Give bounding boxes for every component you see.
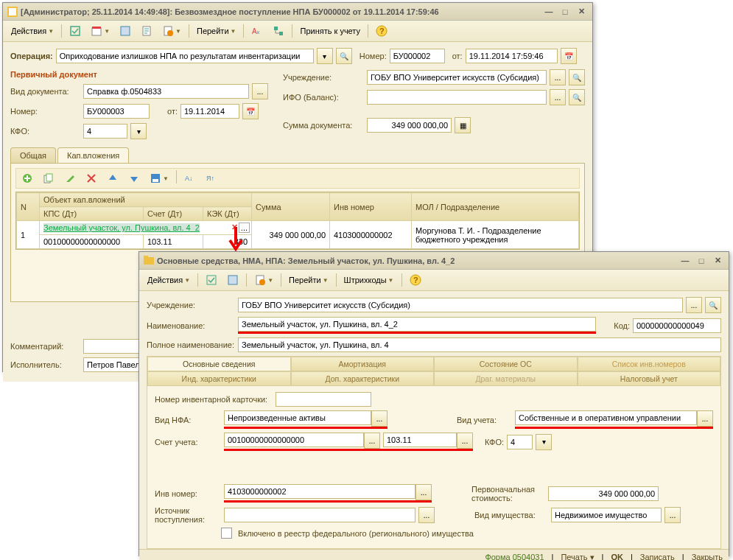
org-field[interactable] — [367, 70, 547, 85]
sum-calc-icon[interactable]: ▦ — [455, 117, 471, 133]
src-picker[interactable]: ... — [418, 507, 435, 523]
sum-field[interactable] — [367, 118, 452, 133]
minimize-button[interactable]: — — [542, 6, 555, 17]
tool-icon-5[interactable]: ▼ — [158, 23, 185, 39]
move-down-icon[interactable] — [124, 170, 144, 186]
acct-field-2[interactable] — [383, 433, 457, 447]
registry-checkbox[interactable] — [221, 528, 232, 539]
col-n[interactable]: N — [17, 193, 40, 221]
cell-obj[interactable]: Земельный участок, ул. Пушкина, вл. 4_2 — [43, 223, 200, 232]
acct-field-1[interactable] — [224, 433, 364, 447]
ifo-field[interactable] — [367, 90, 547, 105]
maximize-button[interactable]: □ — [695, 255, 708, 266]
date2-picker-icon[interactable]: 📅 — [242, 103, 259, 119]
code-field[interactable] — [633, 318, 721, 333]
col-kps[interactable]: КПС (Дт) — [40, 207, 144, 221]
sort-asc-icon[interactable]: А↓ — [180, 170, 200, 186]
col-mol[interactable]: МОЛ / Подразделение — [412, 193, 579, 221]
operation-dropdown[interactable]: ▾ — [317, 48, 333, 64]
date-field[interactable] — [466, 49, 558, 63]
acct1-picker[interactable]: ... — [364, 433, 380, 449]
tool-icon-a[interactable] — [202, 272, 221, 288]
help-icon[interactable]: ? — [372, 23, 391, 39]
tab-general[interactable]: Общая — [10, 147, 56, 163]
col-sum[interactable]: Сумма — [252, 193, 330, 221]
exec-field[interactable] — [83, 357, 142, 372]
edit-row-icon[interactable] — [60, 170, 80, 186]
goto-menu[interactable]: Перейти▼ — [285, 273, 332, 287]
col-kek[interactable]: КЭК (Дт) — [203, 207, 252, 221]
number2-field[interactable] — [83, 104, 150, 119]
operation-search-icon[interactable]: 🔍 — [336, 48, 352, 64]
tab-state[interactable]: Состояние ОС — [434, 357, 578, 371]
tool-icon-c[interactable]: ▼ — [250, 272, 277, 288]
tab-amort[interactable]: Амортизация — [291, 357, 435, 371]
tool-icon-2[interactable]: ▼ — [87, 23, 113, 39]
org-field[interactable] — [238, 298, 683, 312]
inv-field[interactable] — [224, 484, 415, 499]
close-button[interactable]: Закрыть — [692, 553, 723, 560]
number-field[interactable] — [390, 49, 445, 63]
close-button[interactable]: ✕ — [575, 6, 588, 17]
nfa-field[interactable] — [224, 410, 371, 425]
tab-inv-list[interactable]: Список инв.номеров — [578, 357, 721, 371]
tool-icon-1[interactable] — [66, 23, 85, 39]
goto-menu[interactable]: Перейти▼ — [193, 24, 240, 38]
operation-field[interactable] — [56, 49, 314, 63]
kap-grid[interactable]: N Объект кап.вложений Сумма Инв номер МО… — [15, 192, 580, 250]
fullname-field[interactable] — [238, 337, 721, 352]
src-field[interactable] — [224, 508, 415, 522]
tab-ind[interactable]: Инд. характеристики — [147, 371, 291, 386]
tab-kap[interactable]: Кап.вложения — [57, 147, 129, 163]
proptype-field[interactable] — [551, 508, 662, 522]
acct2-picker[interactable]: ... — [457, 433, 473, 449]
tool-icon-tree[interactable] — [269, 23, 288, 39]
org-picker[interactable]: ... — [550, 69, 566, 85]
org-search-icon[interactable]: 🔍 — [569, 69, 585, 85]
date-picker-icon[interactable]: 📅 — [561, 48, 577, 64]
col-obj[interactable]: Объект кап.вложений — [40, 193, 252, 207]
barcodes-menu[interactable]: Штрихкоды▼ — [340, 273, 398, 287]
maximize-button[interactable]: □ — [558, 6, 572, 17]
nfa-picker[interactable]: ... — [371, 410, 387, 427]
actions-menu[interactable]: Действия▼ — [7, 24, 57, 38]
tool-icon-4[interactable] — [137, 23, 156, 39]
delete-row-icon[interactable] — [82, 170, 101, 186]
acct-type-picker[interactable]: ... — [697, 410, 713, 427]
doc-type-picker[interactable]: ... — [252, 83, 268, 99]
add-row-icon[interactable] — [18, 170, 37, 186]
proptype-picker[interactable]: ... — [664, 507, 681, 523]
sort-desc-icon[interactable]: Я↑ — [202, 170, 221, 186]
kfo2-field[interactable] — [507, 435, 533, 449]
table-row[interactable]: 1 Земельный участок, ул. Пушкина, вл. 4_… — [17, 221, 579, 235]
col-acc[interactable]: Счет (Дт) — [144, 207, 203, 221]
tab-main-info[interactable]: Основные сведения — [147, 357, 291, 371]
copy-row-icon[interactable] — [39, 170, 58, 186]
ifo-search-icon[interactable]: 🔍 — [569, 89, 585, 105]
doc-type-field[interactable] — [83, 84, 249, 99]
inv-picker[interactable]: ... — [415, 484, 432, 500]
move-up-icon[interactable] — [103, 170, 122, 186]
acct-type-field[interactable] — [515, 410, 697, 425]
ok-button[interactable]: OK — [611, 553, 623, 560]
comment-field[interactable] — [83, 339, 142, 354]
close-button[interactable]: ✕ — [711, 255, 724, 266]
actions-menu[interactable]: Действия▼ — [144, 273, 194, 287]
ifo-picker[interactable]: ... — [550, 89, 566, 105]
card-field[interactable] — [276, 392, 371, 407]
org-picker[interactable]: ... — [686, 297, 702, 313]
save-button[interactable]: Записать — [640, 553, 675, 560]
minimize-button[interactable]: — — [678, 255, 692, 266]
save-grid-icon[interactable]: ▼ — [146, 170, 172, 186]
form-link[interactable]: Форма 0504031 — [485, 553, 544, 560]
tab-drag[interactable]: Драг. материалы — [434, 371, 578, 386]
print-button[interactable]: Печать ▾ — [561, 553, 594, 560]
tab-dop[interactable]: Доп. характеристики — [291, 371, 435, 386]
name-field[interactable] — [238, 317, 596, 332]
help-icon[interactable]: ? — [406, 272, 425, 288]
tool-icon-b[interactable] — [223, 272, 242, 288]
org-search-icon[interactable]: 🔍 — [705, 297, 721, 313]
tool-icon-3[interactable] — [116, 23, 135, 39]
tab-tax[interactable]: Налоговый учет — [578, 371, 721, 386]
accept-button[interactable]: Принять к учету — [296, 24, 364, 38]
